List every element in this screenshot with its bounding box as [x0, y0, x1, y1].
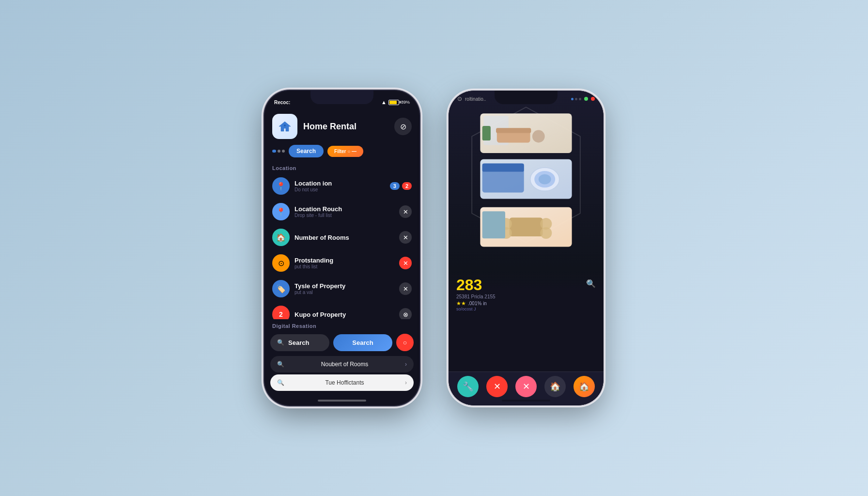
filter-item-4-title: Protstanding [294, 257, 394, 264]
filter-item-2-close[interactable]: ✕ [399, 205, 412, 218]
filter-item-5-text: Tysle of Property put a val [294, 282, 394, 295]
search-icon-1: 🔍 [277, 339, 284, 346]
property-price-block: 283 25381 Pricla 2155 ★★ .001% in so/oco… [456, 276, 496, 311]
phone-2: ⊙ roltinatio.. [449, 91, 604, 405]
phone2-dot-indicators [571, 98, 581, 100]
filter-row-hoffictants[interactable]: 🔍 Tue Hoffictants › [270, 374, 414, 391]
clock-icon: ⊙ [457, 95, 462, 102]
filter-item-4-close[interactable]: ✕ [399, 257, 412, 269]
property-rating: ★★ .001% in [456, 300, 496, 307]
filter-row-2-icon: 🔍 [277, 379, 284, 386]
filter-item-5-subtitle: put a val [294, 290, 394, 295]
battery-fill [389, 101, 397, 104]
filter-item-5-title: Tysle of Property [294, 282, 394, 290]
svg-rect-19 [482, 211, 505, 238]
filter-item-6[interactable]: 2 Kupo of Property ⊗ [269, 302, 415, 319]
filter-item-1-title: Location ion [294, 180, 385, 187]
clear-button[interactable]: ○ [396, 334, 414, 351]
svg-rect-6 [482, 126, 491, 140]
zoom-search-icon[interactable]: 🔍 [586, 279, 596, 288]
filter-item-2[interactable]: 📍 Location Rouch Drop site - full list ✕ [269, 200, 415, 224]
p2-dot-2 [575, 98, 577, 100]
search-btn-1-label: Search [288, 339, 309, 346]
tab-dot-3 [282, 150, 285, 153]
badge-2: 2 [402, 182, 412, 190]
battery-indicator [388, 100, 399, 105]
nav-btn-close-1[interactable]: ✕ [486, 376, 508, 397]
svg-rect-9 [482, 163, 524, 171]
battery-text: 89% [401, 100, 410, 105]
svg-point-18 [540, 227, 552, 239]
svg-point-12 [539, 174, 551, 185]
tab-dot-1 [272, 150, 276, 153]
digital-section-label: Digital Resation [264, 319, 419, 331]
search-tabs-row: Search Filter ○ — [264, 145, 419, 163]
filter-item-3[interactable]: 🏠 Number of Rooms ✕ [269, 225, 415, 249]
filter-icon-rooms: 🏠 [272, 229, 290, 246]
nav-btn-close-2[interactable]: ✕ [515, 376, 537, 397]
svg-rect-4 [496, 128, 531, 133]
app-logo [272, 114, 297, 139]
tab-search[interactable]: Search [289, 145, 324, 157]
filter-item-6-title: Kupo of Property [294, 311, 394, 318]
phones-container: Recoc: ▲ 89% Home Rental [264, 91, 604, 405]
app-title: Home Rental [303, 122, 388, 132]
search-buttons-row: 🔍 Search Search ○ [264, 331, 419, 354]
filter-icon-kupo: 2 [272, 306, 290, 319]
filter-icon-price: ⊙ [272, 254, 290, 272]
filter-item-4-text: Protstanding put this list [294, 257, 394, 269]
badge-3: 3 [390, 182, 400, 190]
filter-list: 📍 Location ion Do not use 3 2 📍 Location… [264, 174, 419, 319]
svg-rect-14 [510, 217, 543, 236]
property-price-detail: 25381 Pricla 2155 [456, 294, 496, 299]
filter-item-2-title: Location Rouch [294, 205, 394, 213]
filter-item-5-close[interactable]: ✕ [399, 282, 412, 295]
search-button-1[interactable]: 🔍 Search [270, 334, 329, 351]
status-carrier: Recoc: [274, 100, 290, 105]
filter-item-4-subtitle: put this list [294, 264, 394, 269]
phone-1: Recoc: ▲ 89% Home Rental [264, 91, 419, 405]
tab-indicators [272, 150, 285, 153]
nav-btn-home-outline[interactable]: 🏠 [544, 376, 566, 397]
property-bottom-info: 283 25381 Pricla 2155 ★★ .001% in so/oco… [449, 270, 604, 317]
notch [310, 91, 373, 104]
filter-item-3-close[interactable]: ✕ [399, 231, 412, 244]
filter-item-1[interactable]: 📍 Location ion Do not use 3 2 [269, 174, 415, 198]
filter-row-1-label: Noubert of Rooms [321, 361, 368, 368]
filter-icon-location2: 📍 [272, 203, 290, 220]
search-button-2[interactable]: Search [333, 334, 392, 351]
filter-item-1-badges: 3 2 [390, 182, 412, 190]
filter-item-5[interactable]: 🏷️ Tysle of Property put a val ✕ [269, 277, 415, 301]
p2-dot-1 [571, 98, 574, 100]
filter-item-6-text: Kupo of Property [294, 311, 394, 318]
search-btn-2-label: Search [352, 339, 373, 346]
filter-row-1-icon: 🔍 [277, 361, 284, 368]
filter-item-3-text: Number of Rooms [294, 234, 394, 241]
status-indicators: ▲ 89% [381, 99, 410, 105]
settings-button[interactable]: ⊘ [394, 118, 412, 135]
rating-sub: so/ocost J [456, 307, 496, 311]
filter-row-rooms[interactable]: 🔍 Noubert of Rooms › [270, 356, 414, 372]
filter-item-1-subtitle: Do not use [294, 187, 385, 192]
filter-icon-type: 🏷️ [272, 280, 290, 297]
filter-item-6-close[interactable]: ⊗ [399, 308, 412, 319]
wifi-icon: ▲ [381, 99, 387, 105]
p2-dot-green [584, 97, 588, 101]
chevron-icon-1: › [405, 361, 407, 368]
phone-2-screen: ⊙ roltinatio.. [449, 91, 604, 405]
phone2-status-bar: ⊙ roltinatio.. [449, 91, 604, 104]
filter-item-3-title: Number of Rooms [294, 234, 394, 241]
home-indicator-2 [502, 400, 550, 402]
location-section-label: Location [264, 163, 419, 174]
nav-btn-home-filled[interactable]: 🏠 [574, 376, 595, 397]
nav-btn-tools[interactable]: 🔧 [457, 376, 479, 397]
tab-filter[interactable]: Filter ○ — [327, 146, 363, 157]
svg-point-5 [532, 130, 545, 143]
home-indicator-1 [318, 400, 366, 402]
phone2-status-text: roltinatio.. [465, 96, 486, 102]
filter-item-1-text: Location ion Do not use [294, 180, 385, 192]
filter-row-2-label: Tue Hoffictants [325, 379, 364, 386]
filter-item-2-text: Location Rouch Drop site - full list [294, 205, 394, 218]
filter-item-4[interactable]: ⊙ Protstanding put this list ✕ [269, 251, 415, 275]
rating-text: .001% in [468, 301, 487, 306]
